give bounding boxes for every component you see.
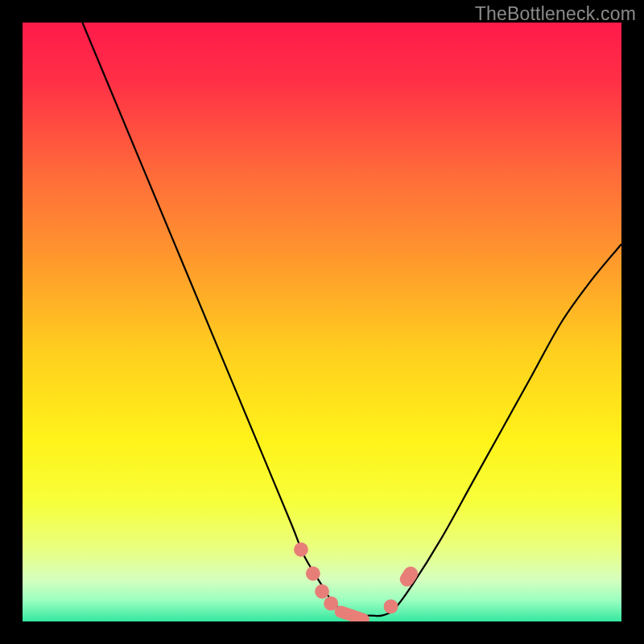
- curve-dot-marker: [384, 599, 398, 613]
- curve-dot-marker: [294, 543, 308, 557]
- chart-frame: [23, 23, 621, 621]
- watermark-text: TheBottleneck.com: [475, 3, 636, 25]
- curve-dot-marker: [306, 567, 320, 581]
- gradient-background: [23, 23, 621, 621]
- chart-svg: [23, 23, 621, 621]
- curve-dot-marker: [315, 584, 329, 599]
